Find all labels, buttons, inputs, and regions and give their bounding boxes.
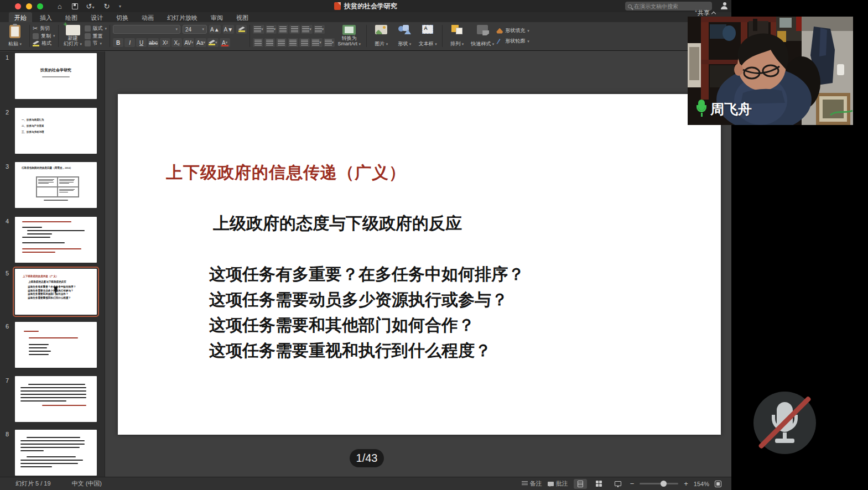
strikethrough-button[interactable]: abc [148, 38, 159, 47]
zoom-in-button[interactable]: + [684, 479, 688, 488]
text-highlight-button[interactable]: ▾ [207, 38, 219, 47]
reset-icon [85, 33, 91, 39]
text-direction-button[interactable]: ▾ [314, 25, 325, 34]
slide-number: 3 [6, 163, 13, 170]
zoom-slider-knob[interactable] [661, 481, 667, 487]
font-name-select[interactable]: ▾ [113, 25, 180, 34]
new-slide-button[interactable]: 新建 幻灯片 ▾ [61, 24, 85, 48]
textbox-button[interactable]: A 文本框 ▾ [416, 24, 439, 48]
underline-button[interactable]: U [136, 38, 147, 47]
toolbar-more-button[interactable]: ▾ [119, 4, 121, 9]
grow-font-button[interactable]: A▲ [209, 25, 221, 34]
tab-insert[interactable]: 插入 [34, 12, 58, 22]
close-window-button[interactable] [15, 3, 21, 9]
tab-design[interactable]: 设计 [85, 12, 108, 22]
tab-animations[interactable]: 动画 [136, 12, 159, 22]
tab-transitions[interactable]: 切换 [111, 12, 134, 22]
italic-button[interactable]: I [124, 38, 135, 47]
slide-number: 8 [6, 431, 13, 437]
save-button[interactable] [72, 3, 78, 9]
zoom-slider[interactable] [640, 483, 678, 484]
superscript-button[interactable]: X² [160, 38, 170, 47]
share-button[interactable]: + 共享 [690, 9, 715, 17]
fit-to-window-button[interactable] [715, 481, 721, 487]
home-icon[interactable]: ⌂ [55, 2, 64, 11]
tab-review[interactable]: 审阅 [205, 12, 228, 22]
numbering-button[interactable]: ▾ [266, 25, 277, 34]
minimize-window-button[interactable] [26, 3, 32, 9]
slide-thumbnail-5-selected[interactable]: 上下级政府的信息传递（广义） 上级政府的态度与下级政府的反应 这项任务有多重要？… [15, 269, 97, 315]
align-right-button[interactable] [276, 38, 287, 47]
powerpoint-file-icon [334, 2, 341, 10]
line-spacing-button[interactable]: ▾ [301, 25, 313, 34]
undo-button[interactable]: ↺▾ [86, 2, 95, 11]
reset-button[interactable]: 重置 [85, 33, 107, 40]
search-field[interactable] [634, 3, 706, 9]
copy-button[interactable]: 复制 ▾ [33, 33, 55, 40]
slide-sorter-button[interactable] [592, 479, 606, 489]
increase-indent-button[interactable] [289, 25, 300, 34]
clear-formatting-button[interactable] [236, 25, 247, 34]
zoom-level[interactable]: 154% [694, 481, 709, 487]
slide-thumbnail-7[interactable] [15, 376, 97, 422]
align-center-button[interactable] [264, 38, 275, 47]
tab-slideshow[interactable]: 幻灯片放映 [162, 12, 203, 22]
current-slide[interactable]: 上下级政府的信息传递（广义） 上级政府的态度与下级政府的反应 这项任务有多重要？… [118, 94, 721, 435]
quick-styles-button[interactable]: 快速样式 ▾ [469, 24, 496, 48]
font-size-select[interactable]: 24▾ [183, 25, 207, 34]
slide-thumbnail-4[interactable] [15, 217, 97, 263]
redo-button[interactable]: ↻ [102, 2, 111, 11]
shapes-button[interactable]: 形状 ▾ [393, 24, 416, 48]
thumb-text-line [27, 233, 51, 234]
unmute-button[interactable] [753, 392, 816, 454]
columns-button[interactable]: ▾ [311, 38, 323, 47]
tab-view[interactable]: 视图 [231, 12, 254, 22]
arrange-button[interactable]: 排列 ▾ [445, 24, 469, 48]
decrease-indent-button[interactable] [278, 25, 288, 34]
shape-outline-button[interactable]: 形状轮廓 ▾ [496, 38, 529, 45]
normal-view-button[interactable] [574, 479, 587, 489]
distribute-button[interactable] [299, 38, 310, 47]
slide-thumbnail-6[interactable] [15, 322, 97, 368]
bullets-button[interactable]: ▾ [253, 25, 264, 34]
thumb-text-line [20, 394, 86, 395]
align-text-button[interactable]: ▾ [324, 38, 335, 47]
layout-button[interactable]: 版式 ▾ [85, 25, 107, 32]
change-case-button[interactable]: Aa▾ [195, 38, 206, 47]
account-icon[interactable] [721, 2, 729, 10]
slide-thumbnail-2[interactable]: 一、扶贫与政府行为 二、扶贫与产业发展 三、扶贫与乡村治理 [15, 108, 97, 154]
comments-button[interactable]: 批注 [548, 479, 568, 488]
cut-button[interactable]: ✂ 剪切 [33, 25, 55, 32]
slideshow-button[interactable] [611, 479, 625, 489]
format-painter-button[interactable]: 格式 [33, 40, 55, 47]
notes-button[interactable]: 备注 [522, 479, 542, 488]
justify-button[interactable] [288, 38, 298, 47]
bold-button[interactable]: B [113, 38, 123, 47]
character-spacing-button[interactable]: AV▾ [183, 38, 194, 47]
subscript-button[interactable]: X₂ [171, 38, 182, 47]
mic-live-icon [695, 100, 708, 118]
notes-icon [522, 481, 528, 486]
align-left-button[interactable] [253, 38, 263, 47]
paste-button[interactable]: 粘贴 ▾ [3, 24, 27, 48]
slide-question: 这项任务需要和其他部门如何合作？ [209, 312, 524, 338]
thumb-text-line [20, 390, 86, 392]
shrink-font-button[interactable]: A▼ [223, 25, 235, 34]
convert-smartart-button[interactable]: 转换为 SmartArt ▾ [335, 24, 363, 48]
shape-fill-button[interactable]: 形状填充 ▾ [496, 27, 529, 34]
zoom-out-button[interactable]: − [630, 479, 635, 488]
thumb-list-item: 一、扶贫与政府行为 [22, 117, 97, 123]
layout-icon [85, 25, 91, 32]
webcam-video[interactable]: 周飞舟 [688, 17, 853, 125]
slide-thumbnail-3[interactable]: 行政发包制面对的信息问题（周雪光，2014） [15, 162, 97, 208]
picture-button[interactable]: 图片 ▾ [370, 24, 393, 48]
tab-home[interactable]: 开始 [9, 12, 32, 22]
language-indicator[interactable]: 中文 (中国) [72, 479, 102, 488]
thumb-text: 这项任务需要重视和执行到什么程度？ [28, 296, 97, 300]
slide-thumbnail-1[interactable]: 扶贫的社会学研究 [15, 53, 97, 99]
section-button[interactable]: 节 ▾ [85, 40, 107, 47]
slide-panel: 1 扶贫的社会学研究 2 一、扶贫与政府行为 二、扶贫与产业发展 三、扶贫与乡村… [0, 51, 105, 477]
font-color-button[interactable]: A▾ [220, 38, 230, 47]
zoom-window-button[interactable] [37, 3, 43, 9]
slide-thumbnail-8[interactable] [15, 430, 97, 476]
